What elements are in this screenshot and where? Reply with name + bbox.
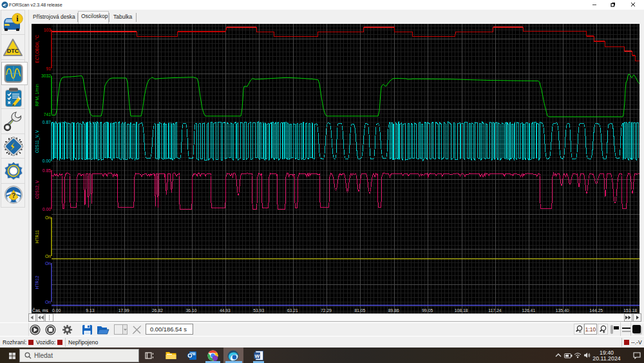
svg-text:3032: 3032 [41, 74, 51, 78]
svg-text:81.05: 81.05 [354, 308, 365, 313]
svg-text:O2S12, V: O2S12, V [35, 180, 39, 199]
svg-text:17.99: 17.99 [118, 308, 129, 313]
svg-text:W: W [254, 353, 260, 359]
svg-text:72.29: 72.29 [321, 308, 332, 313]
svg-text:153.18: 153.18 [623, 308, 637, 313]
svg-text:0.87: 0.87 [43, 120, 51, 124]
svg-text:RPM, 1/min: RPM, 1/min [35, 84, 39, 106]
svg-text:103: 103 [44, 28, 52, 32]
svg-text:91: 91 [46, 66, 51, 71]
svg-text:On: On [45, 261, 51, 266]
svg-text:108.18: 108.18 [455, 308, 468, 313]
svg-text:?: ? [12, 192, 15, 199]
svg-text:89.86: 89.86 [388, 308, 399, 313]
svg-text:36.10: 36.10 [185, 308, 196, 313]
svg-text:Čas, ms: Čas, ms [32, 308, 49, 313]
svg-text:99.05: 99.05 [422, 308, 433, 313]
svg-text:0.00: 0.00 [52, 308, 61, 313]
svg-text:On: On [45, 215, 51, 220]
svg-text:On: On [45, 254, 51, 259]
svg-text:117.24: 117.24 [488, 308, 502, 313]
svg-text:HTR12: HTR12 [35, 275, 39, 289]
svg-text:0.85: 0.85 [43, 168, 51, 173]
svg-text:26.82: 26.82 [152, 308, 163, 313]
svg-text:0.00: 0.00 [43, 159, 51, 163]
svg-text:DTC: DTC [7, 48, 19, 54]
svg-text:ECT,OBDII, °C: ECT,OBDII, °C [35, 35, 39, 63]
svg-text:HTR11: HTR11 [35, 230, 39, 243]
svg-text:0.00: 0.00 [43, 207, 51, 211]
svg-text:On: On [45, 300, 51, 304]
svg-text:126.41: 126.41 [522, 308, 535, 313]
svg-text:144.25: 144.25 [589, 308, 603, 313]
svg-text:44.93: 44.93 [220, 308, 231, 313]
svg-text:741: 741 [44, 112, 52, 117]
svg-text:9.13: 9.13 [86, 308, 94, 313]
svg-text:O2S11_V, V: O2S11_V, V [35, 130, 40, 153]
svg-text:53.93: 53.93 [253, 308, 264, 313]
svg-text:135.40: 135.40 [556, 308, 569, 313]
svg-text:63.21: 63.21 [287, 308, 298, 313]
